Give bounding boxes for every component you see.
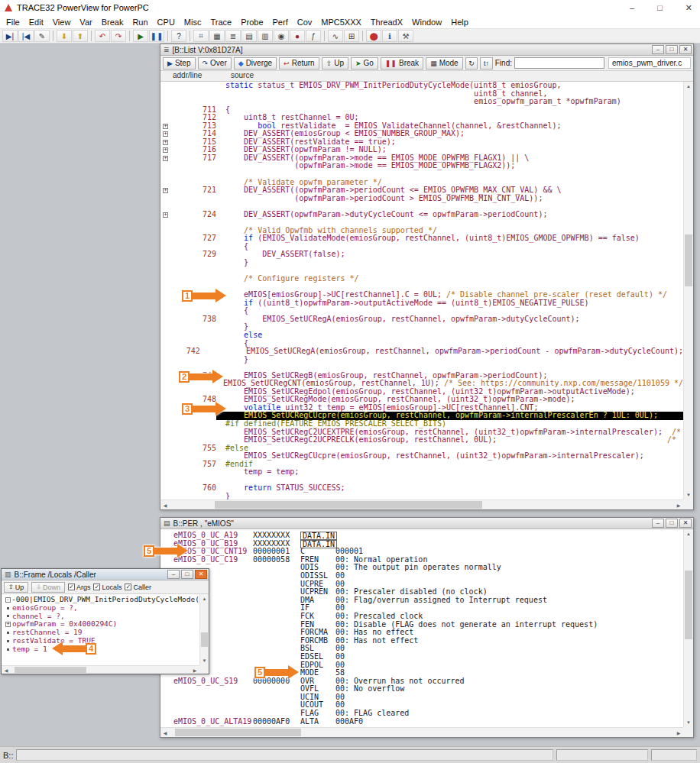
expand-icon[interactable]: + <box>4 620 12 629</box>
expand-icon[interactable]: + <box>160 154 170 163</box>
per-row[interactable]: EDPOL00 <box>173 661 683 670</box>
per-row[interactable]: ODISSL00 <box>173 572 683 580</box>
code-line[interactable]: 760 return STATUS_SUCCESS; <box>160 484 683 493</box>
scroll-right-icon[interactable]: ▶ <box>674 503 683 508</box>
menu-view[interactable]: View <box>48 17 76 27</box>
step-into-icon[interactable]: ▶| <box>2 30 18 42</box>
checkbox-locals[interactable]: ✓Locals <box>93 584 122 591</box>
code-line[interactable]: temp = temp; <box>160 468 683 477</box>
scroll-thumb[interactable] <box>15 667 86 673</box>
frame-row[interactable]: emiosGroup = ?, <box>4 604 199 613</box>
step-back-icon[interactable]: |◀ <box>18 30 34 42</box>
help-icon[interactable]: ? <box>171 30 186 42</box>
code-line[interactable]: (opwfmParam->mode == EMIOS_MODE_OPWFMB_F… <box>160 162 683 170</box>
menu-cov[interactable]: Cov <box>293 17 317 27</box>
find-input[interactable] <box>514 57 604 69</box>
checkbox-caller[interactable]: ✓Caller <box>125 584 151 591</box>
refresh-button[interactable]: ↻ <box>465 57 478 70</box>
list-vertical-scrollbar[interactable]: ▲ ▼ <box>683 82 693 500</box>
menu-threadx[interactable]: ThreadX <box>366 17 407 27</box>
scroll-track[interactable] <box>170 500 674 509</box>
code-line[interactable]: (opwfmParam->periodCount > EMIOS_OPWFMB_… <box>160 195 683 203</box>
file-name-box[interactable]: emios_pwm_driver.c <box>608 57 691 69</box>
list-horizontal-scrollbar[interactable]: ◀ ▶ <box>160 500 683 509</box>
per-row[interactable]: FEN00: Disable (FLAG does not generate a… <box>173 621 683 629</box>
expand-icon[interactable]: + <box>160 211 170 219</box>
diverge-button[interactable]: ◆Diverge <box>234 57 277 70</box>
scroll-thumb[interactable] <box>685 234 692 286</box>
code-line[interactable]: /* Configure registers */ <box>160 275 683 283</box>
break-icon[interactable]: ❚❚ <box>149 30 164 42</box>
scroll-left-icon[interactable]: ◀ <box>160 503 170 508</box>
frame-down-button[interactable]: ⇩ Down <box>31 582 65 593</box>
breakpoints-icon[interactable]: ● <box>290 30 305 42</box>
scroll-left-icon[interactable]: ◀ <box>2 668 11 673</box>
scroll-right-icon[interactable]: ▶ <box>190 668 199 673</box>
code-line[interactable]: emios_opwfm_param_t *opwfmParam) <box>160 98 683 106</box>
code-line[interactable]: +724 DEV_ASSERT(opwfmParam->dutyCycleCou… <box>160 211 683 219</box>
scroll-track[interactable] <box>684 538 693 718</box>
menu-file[interactable]: File <box>2 17 24 27</box>
checkbox-args[interactable]: ✓Args <box>68 584 91 591</box>
up-button[interactable]: ⇧Up <box>322 57 348 70</box>
menu-misc[interactable]: Misc <box>180 17 206 27</box>
per-row[interactable]: eMIOS_0_UC_ALTA1900000AF0ALTA000AF0 <box>173 718 683 726</box>
close-button[interactable]: ✕ <box>195 570 207 579</box>
expand-icon[interactable]: + <box>160 122 170 131</box>
per-row[interactable]: eMIOS_0_UC_A19XXXXXXXXDATA.IN <box>173 532 683 540</box>
per-row[interactable]: FCK00: Prescaled clock <box>173 613 683 621</box>
close-button[interactable]: ✕ <box>679 45 692 54</box>
edit-source-icon[interactable]: ✎ <box>34 30 50 42</box>
watch-icon[interactable]: ◉ <box>274 30 289 42</box>
minimize-button[interactable]: – <box>167 570 180 579</box>
expand-icon[interactable]: + <box>160 130 170 138</box>
menu-var[interactable]: Var <box>75 17 96 27</box>
stop-icon[interactable]: ⬤ <box>366 30 381 42</box>
scroll-thumb[interactable] <box>685 571 692 639</box>
frame-horizontal-scrollbar[interactable]: ◀ ▶ <box>2 665 199 674</box>
code-line[interactable]: } <box>160 356 683 364</box>
per-row[interactable]: eMIOS_0_UC_B19XXXXXXXXDATA.IN <box>173 540 683 548</box>
undo-icon[interactable]: ↶ <box>95 30 110 42</box>
registers-icon[interactable]: ⌗ <box>193 30 209 42</box>
frame-icon[interactable]: ▥ <box>258 30 273 42</box>
list-window-titlebar[interactable]: ≣ [B::List V:0x81D27A] – □ ✕ <box>160 44 693 56</box>
close-button[interactable]: ✕ <box>685 3 692 13</box>
per-row[interactable]: FORCMA00: Has no effect <box>173 629 683 637</box>
code-line[interactable]: static status_t EMIOS_DRV_PWM_InitPeriod… <box>160 82 683 90</box>
memory-icon[interactable]: ▦ <box>209 30 225 42</box>
maximize-button[interactable]: □ <box>181 570 193 579</box>
per-row[interactable]: ODIS00: The output pin operates normally <box>173 564 683 572</box>
per-row[interactable]: OVFL00: No overflow <box>173 685 683 693</box>
menu-probe[interactable]: Probe <box>236 17 267 27</box>
scroll-track[interactable] <box>170 728 674 737</box>
scroll-up-icon[interactable]: ▲ <box>200 594 209 603</box>
menu-run[interactable]: Run <box>128 17 152 27</box>
frame-row[interactable]: temp = 1 <box>4 645 199 654</box>
frame-vertical-scrollbar[interactable]: ▲ ▼ <box>199 594 209 665</box>
scroll-down-icon[interactable]: ▼ <box>684 718 693 727</box>
menu-trace[interactable]: Trace <box>206 17 236 27</box>
return-button[interactable]: ↩Return <box>279 57 319 70</box>
break-button[interactable]: ❚❚Break <box>381 57 423 70</box>
trace-icon[interactable]: ∿ <box>328 30 343 42</box>
step-button[interactable]: ▶Step <box>163 57 196 70</box>
scroll-up-icon[interactable]: ▲ <box>684 82 693 91</box>
scroll-right-icon[interactable]: ▶ <box>674 730 683 736</box>
scroll-left-icon[interactable]: ◀ <box>160 730 170 736</box>
per-row[interactable]: BSL00 <box>173 645 683 653</box>
code-line[interactable] <box>160 170 683 179</box>
menu-window[interactable]: Window <box>407 17 446 27</box>
code-line[interactable]: #if defined(FEATURE_EMIOS_PRESCALER_SELE… <box>160 420 683 428</box>
maximize-button[interactable]: □ <box>666 45 678 54</box>
scroll-track[interactable] <box>200 603 209 656</box>
scroll-thumb[interactable] <box>215 501 482 509</box>
resize-grip[interactable] <box>683 727 693 737</box>
symbols-icon[interactable]: ƒ <box>306 30 321 42</box>
expand-icon[interactable]: - <box>4 596 11 604</box>
per-row[interactable]: eMIOS_0_UC_S1900000000OVR00: Overrun has… <box>173 677 683 686</box>
menu-cpu[interactable]: CPU <box>153 17 180 27</box>
resize-grip[interactable] <box>683 500 693 509</box>
close-button[interactable]: ✕ <box>679 519 692 528</box>
frame-up-button[interactable]: ⇧ Up <box>4 582 28 593</box>
